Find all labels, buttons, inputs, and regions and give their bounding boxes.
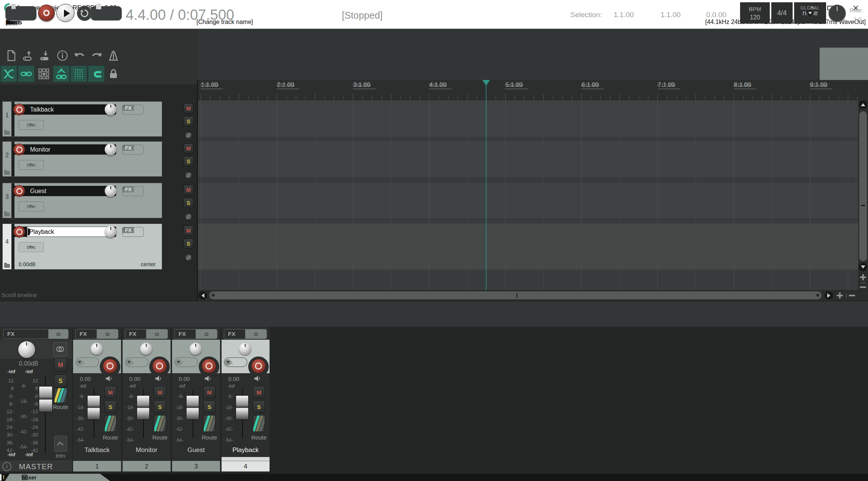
mixer-strip-master[interactable]: FX 0.00dB -inf -inf M S Route trim i MAS… — [0, 327, 72, 471]
fx-bypass-button[interactable] — [97, 329, 118, 339]
vertical-scroll-thumb[interactable] — [859, 111, 867, 261]
volume-readout[interactable]: 0.00 — [176, 376, 193, 382]
fx-bypass-button[interactable] — [146, 329, 168, 339]
channel-number[interactable]: 2 — [123, 461, 171, 471]
selection-end[interactable]: 1.1.00 — [661, 11, 681, 19]
zoom-out-button[interactable] — [849, 295, 855, 296]
global-automation-box[interactable]: GLOBAL none — [794, 2, 826, 24]
master-route-button[interactable] — [54, 388, 67, 403]
volume-fader[interactable] — [236, 395, 249, 420]
pan-knob[interactable] — [190, 343, 202, 355]
scroll-down-button[interactable] — [859, 263, 867, 271]
playrate-knob[interactable] — [828, 5, 846, 22]
record-arm-button[interactable] — [251, 359, 266, 373]
record-arm-button[interactable] — [103, 359, 117, 373]
new-project-icon[interactable] — [5, 49, 18, 62]
project-settings-icon[interactable] — [56, 49, 69, 62]
track-panel-playback[interactable]: 4PlaybackFXtrim0.00dBcenter — [2, 224, 162, 270]
item-grouping-toggle[interactable] — [18, 66, 35, 82]
arrange-track-lane[interactable] — [198, 141, 858, 177]
input-selector[interactable]: in — [224, 357, 247, 367]
play-cursor-handle[interactable] — [482, 80, 490, 86]
snap-toggle[interactable] — [88, 66, 105, 82]
pan-knob[interactable] — [140, 343, 152, 355]
mixer-strip-playback[interactable]: FXin0.00-inf-6--18--30--42--54-MSRoutePl… — [222, 327, 270, 471]
undo-icon[interactable] — [73, 49, 86, 62]
track-number-column[interactable]: 4 — [3, 224, 11, 269]
track-pan-readout[interactable]: center — [124, 261, 156, 267]
lock-icon[interactable] — [107, 67, 120, 81]
fx-button[interactable]: FX — [122, 105, 144, 115]
fx-bypass-button[interactable] — [196, 329, 217, 339]
track-mute-button[interactable]: M — [183, 104, 193, 113]
arrange-track-lane[interactable] — [198, 224, 858, 270]
fx-bypass-button[interactable] — [245, 329, 266, 339]
scroll-right-button[interactable] — [825, 291, 833, 300]
master-pan-knob[interactable] — [18, 341, 35, 358]
mixer-strip-guest[interactable]: FXin0.00-inf-6--18--30--42--54-MSRouteGu… — [172, 327, 220, 471]
phase-button[interactable] — [184, 213, 193, 221]
track-number-column[interactable]: 3 — [3, 183, 11, 218]
track-mute-button[interactable]: M — [183, 144, 193, 153]
track-name-input[interactable]: Playback — [27, 227, 108, 237]
arrange-track-lane[interactable] — [198, 183, 858, 218]
mixer-strip-monitor[interactable]: FXin0.00-inf-6--18--30--42--54-MSRouteMo… — [123, 327, 171, 471]
input-selector[interactable]: in — [174, 357, 198, 367]
bpm-box[interactable]: BPM 120 — [740, 2, 770, 24]
phase-button[interactable] — [184, 171, 193, 179]
route-button[interactable] — [203, 415, 215, 432]
record-arm-button[interactable] — [13, 185, 25, 197]
scroll-up-button[interactable] — [859, 101, 867, 109]
track-solo-button[interactable]: S — [183, 157, 193, 166]
mute-button[interactable]: M — [203, 386, 215, 398]
track-number-column[interactable]: 2 — [3, 142, 11, 176]
solo-button[interactable]: S — [154, 401, 166, 413]
folder-icon[interactable] — [4, 171, 10, 175]
record-arm-button[interactable] — [202, 359, 216, 373]
track-volume-knob[interactable] — [105, 104, 116, 115]
arrange-track-lane[interactable] — [198, 101, 858, 137]
repeat-button[interactable] — [77, 6, 92, 21]
play-button[interactable] — [56, 4, 75, 22]
channel-number[interactable]: 4 — [222, 461, 270, 471]
volume-readout[interactable]: 0.00 — [77, 376, 94, 382]
selection-length[interactable]: 0.0.00 — [706, 11, 726, 19]
zoom-in-button[interactable] — [837, 292, 843, 299]
open-project-icon[interactable] — [21, 49, 35, 62]
volume-readout[interactable]: 0.00 — [126, 376, 143, 382]
pan-knob[interactable] — [91, 343, 103, 355]
volume-fader[interactable] — [186, 395, 199, 420]
fx-button[interactable]: FX — [75, 329, 118, 339]
grid-toggle[interactable] — [70, 66, 87, 82]
track-solo-button[interactable]: S — [183, 117, 193, 126]
mono-stereo-button[interactable] — [53, 342, 67, 356]
record-arm-button[interactable] — [13, 226, 25, 238]
master-peak-right[interactable]: -inf — [18, 369, 33, 374]
selection-start[interactable]: 1.1.00 — [614, 11, 634, 19]
fx-button[interactable]: FX — [125, 329, 168, 339]
master-solo-button[interactable]: S — [54, 375, 67, 388]
metronome-icon[interactable] — [107, 49, 120, 62]
track-volume-knob[interactable] — [105, 185, 116, 197]
fx-bypass-button[interactable] — [48, 329, 68, 339]
track-volume-readout[interactable]: 0.00dB — [19, 261, 35, 267]
master-peak-left[interactable]: -inf — [2, 369, 15, 374]
track-solo-button[interactable]: S — [183, 198, 193, 208]
bpm-value[interactable]: 120 — [740, 14, 770, 21]
trim-envelope-button[interactable]: trim — [19, 120, 44, 130]
trim-envelope-button[interactable]: trim — [19, 201, 44, 211]
fx-button[interactable]: FX — [224, 329, 267, 339]
track-volume-knob[interactable] — [105, 144, 116, 155]
record-arm-button[interactable] — [152, 359, 167, 373]
fx-button[interactable]: FX — [174, 329, 217, 339]
record-arm-button[interactable] — [13, 144, 25, 155]
master-trim-button[interactable] — [54, 436, 67, 452]
route-button[interactable] — [253, 415, 265, 432]
record-button[interactable] — [38, 5, 55, 21]
fx-button[interactable]: FX — [122, 145, 144, 155]
fx-button[interactable]: FX — [122, 227, 144, 237]
mixer-strip-talkback[interactable]: FXin0.00-inf-6--18--30--42--54-MSRouteTa… — [73, 327, 121, 471]
save-project-icon[interactable] — [38, 49, 52, 62]
track-panel-monitor[interactable]: 2MonitorFXtrim — [2, 141, 162, 177]
mute-button[interactable]: M — [154, 386, 166, 398]
